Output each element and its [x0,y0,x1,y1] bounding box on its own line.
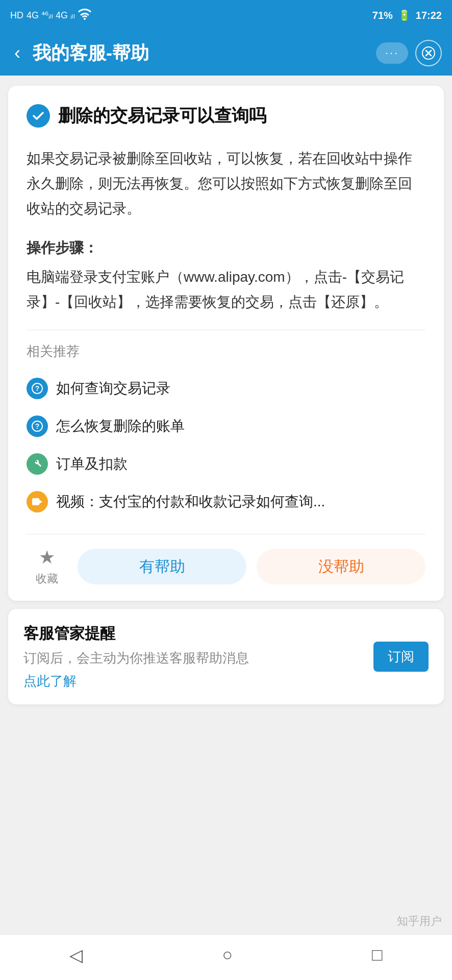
nav-recent-button[interactable]: □ [357,940,398,970]
action-bar: ★ 收藏 有帮助 没帮助 [27,534,425,601]
battery-icon: 🔋 [398,9,411,21]
star-icon: ★ [39,547,55,568]
related-item-text-1: 如何查询交易记录 [56,379,170,398]
current-time: 17:22 [416,10,442,21]
video-icon [27,491,48,512]
collect-button[interactable]: ★ 收藏 [27,547,67,586]
notify-link[interactable]: 点此了解 [23,673,77,689]
nav-back-button[interactable]: ◁ [54,940,98,970]
steps-content: 电脑端登录支付宝账户（www.alipay.com），点击-【交易记录】-【回收… [27,264,425,314]
article-card: 删除的交易记录可以查询吗 如果交易记录被删除至回收站，可以恢复，若在回收站中操作… [8,86,444,601]
back-button[interactable]: ‹ [10,38,24,68]
status-right: 71% 🔋 17:22 [372,9,442,21]
article-title-row: 删除的交易记录可以查询吗 [27,104,425,128]
svg-marker-8 [39,500,42,504]
main-content: 删除的交易记录可以查询吗 如果交易记录被删除至回收站，可以恢复，若在回收站中操作… [0,76,452,934]
more-button[interactable]: ··· [376,42,408,64]
page-title: 我的客服-帮助 [33,41,368,66]
home-nav-icon: ○ [222,945,233,965]
svg-text:?: ? [35,384,40,393]
subscribe-button[interactable]: 订阅 [373,642,429,672]
article-title: 删除的交易记录可以查询吗 [58,104,266,128]
status-wifi-icon [78,9,91,22]
status-left: HD 4G ⁴⁶ᵢₗₗ 4G ᵢₗₗ [10,9,91,22]
status-network: 4G ⁴⁶ᵢₗₗ 4G ᵢₗₗ [27,10,75,21]
related-item-3[interactable]: 订单及扣款 [27,445,425,483]
status-bar: HD 4G ⁴⁶ᵢₗₗ 4G ᵢₗₗ 71% 🔋 17:22 [0,0,452,31]
related-item-1[interactable]: ? 如何查询交易记录 [27,370,425,407]
notify-desc: 订阅后，会主动为你推送客服帮助消息 [23,649,363,667]
question-icon-1: ? [27,378,48,399]
status-hd: HD [10,10,23,21]
collect-label: 收藏 [36,571,58,586]
battery-level: 71% [372,10,393,21]
close-button[interactable] [415,40,442,66]
notify-content: 客服管家提醒 订阅后，会主动为你推送客服帮助消息 点此了解 [23,623,363,690]
svg-text:?: ? [35,422,40,430]
related-item-text-2: 怎么恢复删除的账单 [56,416,185,436]
svg-rect-7 [32,498,39,505]
nav-home-button[interactable]: ○ [207,940,248,970]
back-nav-icon: ◁ [69,945,83,965]
question-icon-2: ? [27,415,48,437]
nav-bar: ‹ 我的客服-帮助 ··· [0,31,452,76]
article-body: 如果交易记录被删除至回收站，可以恢复，若在回收站中操作永久删除，则无法再恢复。您… [27,146,425,314]
related-item-text-4: 视频：支付宝的付款和收款记录如何查询... [56,492,325,511]
article-paragraph: 如果交易记录被删除至回收站，可以恢复，若在回收站中操作永久删除，则无法再恢复。您… [27,146,425,221]
notify-title: 客服管家提醒 [23,623,363,644]
related-item-2[interactable]: ? 怎么恢复删除的账单 [27,407,425,445]
nav-actions: ··· [376,40,442,66]
related-title: 相关推荐 [27,342,425,360]
related-item-4[interactable]: 视频：支付宝的付款和收款记录如何查询... [27,483,425,521]
related-section: 相关推荐 ? 如何查询交易记录 ? 怎么恢复删除的账单 [27,330,425,526]
recent-nav-icon: □ [372,945,383,965]
bottom-nav: ◁ ○ □ [0,934,452,980]
notification-card: 客服管家提醒 订阅后，会主动为你推送客服帮助消息 点此了解 订阅 [8,609,444,704]
steps-label: 操作步骤： [27,235,425,260]
wrench-icon [27,453,48,475]
helpful-button[interactable]: 有帮助 [78,549,246,584]
check-icon [27,104,50,128]
related-item-text-3: 订单及扣款 [56,454,128,474]
not-helpful-button[interactable]: 没帮助 [257,549,425,584]
